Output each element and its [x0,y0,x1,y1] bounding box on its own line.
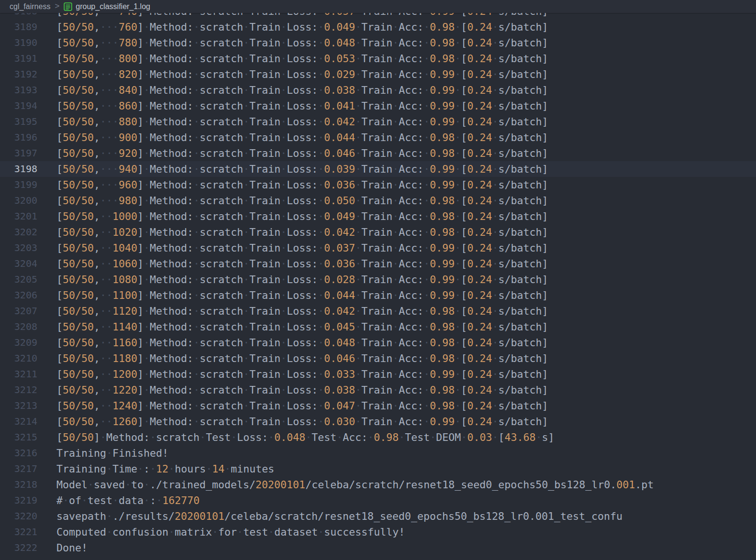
log-line: 3207[50/50,··1120]·Method:·scratch·Train… [0,303,756,319]
line-content[interactable]: [50/50,···960]·Method:·scratch·Train·Los… [56,177,548,193]
log-number: 0.24 [467,400,492,412]
line-content[interactable]: [50/50,···920]·Method:·scratch·Train·Los… [56,145,548,161]
whitespace-dots: · [144,37,150,49]
line-content[interactable]: [50/50,··1100]·Method:·scratch·Train·Los… [56,287,548,303]
line-content[interactable]: [50/50,···860]·Method:·scratch·Train·Los… [56,98,548,114]
whitespace-dots: · [392,100,399,112]
whitespace-dots: · [355,147,361,159]
whitespace-dots: ··· [100,68,119,80]
line-content[interactable]: [50/50,··1260]·Method:·scratch·Train·Los… [56,414,548,429]
log-text: [ [461,337,467,349]
line-content[interactable]: [50/50,··1160]·Method:·scratch·Train·Los… [56,335,548,351]
log-number: 50/50 [63,258,94,270]
line-content[interactable]: [50/50,··1220]·Method:·scratch·Train·Los… [56,382,548,398]
whitespace-dots: · [280,337,287,349]
whitespace-dots: ·· [100,274,112,285]
log-text: Loss: [287,100,318,112]
breadcrumb-folder[interactable]: cgl_fairness [10,2,50,11]
log-text: scratch [200,337,243,349]
line-content[interactable]: [50/50,···820]·Method:·scratch·Train·Los… [56,66,548,82]
log-text: [ [461,305,467,317]
whitespace-dots: · [280,100,287,112]
line-content[interactable]: [50/50,···760]·Method:·scratch·Train·Los… [56,19,548,35]
line-content[interactable]: [50/50,··1000]·Method:·scratch·Train·Los… [56,209,548,224]
line-content[interactable]: [50/50,···900]·Method:·scratch·Train·Los… [56,130,548,145]
log-number: 0.99 [430,242,455,254]
line-content[interactable]: [50/50,··1080]·Method:·scratch·Train·Los… [56,272,548,287]
line-content[interactable]: Done! [56,540,88,556]
whitespace-dots: · [392,37,399,49]
log-text: [ [56,321,63,333]
whitespace-dots: · [150,463,156,475]
log-text: [ [56,116,63,128]
whitespace-dots: · [193,384,200,396]
line-number: 3209 [0,335,37,351]
log-text: Train [361,384,392,396]
log-text: Train [249,84,280,96]
line-number: 3210 [0,351,37,366]
line-content[interactable]: [50/50,···800]·Method:·scratch·Train·Los… [56,51,548,66]
whitespace-dots: · [455,195,461,207]
log-number: 50/50 [63,416,94,428]
log-text: , [94,352,100,364]
log-text: Loss: [287,321,318,333]
whitespace-dots: · [280,147,287,159]
whitespace-dots: ··· [100,195,119,207]
line-content[interactable]: [50/50,··1120]·Method:·scratch·Train·Los… [56,303,548,319]
whitespace-dots: · [144,384,150,396]
log-text: [ [56,305,63,317]
whitespace-dots: · [243,368,249,380]
line-number: 3220 [0,508,37,524]
whitespace-dots: · [355,416,361,428]
line-content[interactable]: [50/50,···880]·Method:·scratch·Train·Los… [56,114,548,130]
log-number: 0.24 [467,21,492,33]
line-content[interactable]: [50/50,···840]·Method:·scratch·Train·Los… [56,82,548,98]
log-text: scratch [200,226,243,238]
whitespace-dots: · [423,84,430,96]
whitespace-dots: ··· [100,21,119,33]
line-content[interactable]: Training·Time·:·12·hours·14·minutes [56,461,274,477]
line-content[interactable]: [50/50,··1020]·Method:·scratch·Train·Los… [56,224,548,240]
log-text: ] [137,242,144,254]
log-text: , [94,163,100,175]
line-content[interactable]: [50/50,··1180]·Method:·scratch·Train·Los… [56,351,548,366]
line-content[interactable]: [50/50,···940]·Method:·scratch·Train·Los… [56,161,548,177]
breadcrumb-file[interactable]: group_classifier_1.log [76,2,150,11]
line-content[interactable]: [50/50,··1200]·Method:·scratch·Train·Los… [56,366,548,382]
line-content[interactable]: Training·Finished! [56,445,168,461]
whitespace-dots: · [63,494,69,506]
log-number: 0.24 [467,305,492,317]
line-content[interactable]: savepath·./results/20200101/celeba/scrat… [56,508,623,524]
whitespace-dots: ·· [100,416,112,428]
line-content[interactable]: Computed·confusion·matrix·for·test·datas… [56,524,405,540]
line-content[interactable]: [50/50,··1040]·Method:·scratch·Train·Los… [56,240,548,256]
log-text: [ [461,53,467,65]
whitespace-dots: · [243,21,249,33]
line-content[interactable]: #·of·test·data·:·162770 [56,493,200,508]
line-content[interactable]: [50/50,···980]·Method:·scratch·Train·Los… [56,193,548,209]
log-text: Time [112,463,137,475]
whitespace-dots: · [144,21,150,33]
whitespace-dots: · [423,68,430,80]
whitespace-dots: · [193,258,200,270]
whitespace-dots: · [318,179,324,191]
line-number: 3213 [0,398,37,414]
log-number: 50/50 [63,163,94,175]
line-content[interactable]: [50/50,··1240]·Method:·scratch·Train·Los… [56,398,548,414]
log-text: /celeba/scratch/resnet18_seed0_epochs50_… [305,479,616,491]
whitespace-dots: · [392,147,399,159]
whitespace-dots: · [423,258,430,270]
line-content[interactable]: [50/50,···780]·Method:·scratch·Train·Los… [56,35,548,51]
line-content[interactable]: [50/50]·Method:·scratch·Test·Loss:·0.048… [56,429,554,445]
line-content[interactable]: [50/50,··1140]·Method:·scratch·Train·Los… [56,319,548,335]
line-number: 3221 [0,524,37,540]
log-text: scratch [200,305,243,317]
line-content[interactable]: [50/50,··1060]·Method:·scratch·Train·Los… [56,256,548,272]
log-text: ] [137,384,144,396]
log-line: 3191[50/50,···800]·Method:·scratch·Train… [0,51,756,66]
log-text: ] [137,289,144,301]
log-number: 0.24 [467,368,492,380]
log-text: ] [137,337,144,349]
line-content[interactable]: Model·saved·to·./trained_models/20200101… [56,477,654,493]
log-text: ] [137,53,144,65]
